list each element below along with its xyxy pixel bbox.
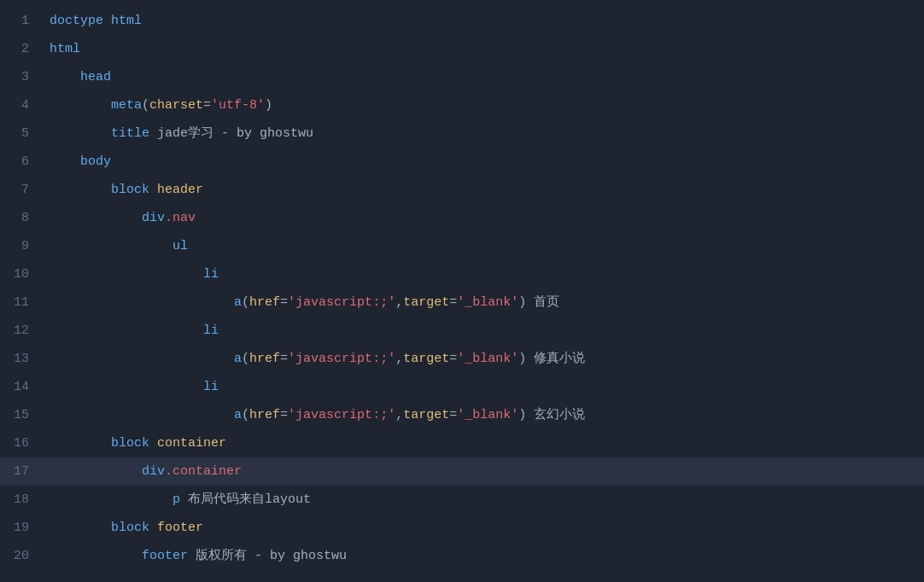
line-number: 16 (0, 429, 43, 457)
token: a (234, 408, 242, 422)
token: head (80, 70, 111, 84)
code-line-10: 10 li (0, 260, 924, 288)
code-line-18: 18 p 布局代码来自layout (0, 486, 924, 514)
code-area: 1doctype html2html3 head4 meta(charset='… (0, 0, 924, 582)
token: href (249, 352, 280, 366)
token: footer (149, 521, 203, 535)
line-content: block header (43, 176, 924, 204)
token: ) 玄幻小说 (518, 408, 585, 422)
line-content: ul (43, 232, 924, 260)
token: target (403, 408, 449, 422)
line-number: 20 (0, 542, 43, 570)
token: = (280, 408, 288, 422)
line-number: 6 (0, 148, 43, 176)
token: header (149, 183, 203, 197)
line-content: body (43, 148, 924, 176)
token: a (234, 295, 242, 310)
line-number: 5 (0, 119, 43, 148)
token: p (173, 492, 180, 507)
code-editor: 1doctype html2html3 head4 meta(charset='… (0, 0, 924, 582)
line-number: 18 (0, 486, 43, 514)
token: ) 修真小说 (518, 352, 585, 366)
line-content: li (43, 373, 924, 401)
code-line-6: 6 body (0, 148, 924, 176)
token: = (280, 352, 288, 366)
code-line-16: 16 block container (0, 429, 924, 457)
token: ( (142, 98, 149, 113)
line-content: li (43, 317, 924, 345)
line-content: block footer (43, 514, 924, 542)
line-content: a(href='javascript:;',target='_blank') 首… (43, 288, 924, 317)
code-line-19: 19 block footer (0, 514, 924, 542)
token: 布局代码来自layout (180, 492, 311, 507)
code-line-5: 5 title jade学习 - by ghostwu (0, 119, 924, 148)
code-line-2: 2html (0, 35, 924, 63)
token: li (203, 267, 219, 282)
line-number: 12 (0, 317, 43, 345)
token: href (249, 408, 280, 422)
token: '_blank' (457, 408, 518, 422)
code-line-17: 17 div.container (0, 457, 924, 486)
token: ( (242, 352, 249, 366)
code-line-13: 13 a(href='javascript:;',target='_blank'… (0, 345, 924, 373)
token: .container (165, 464, 242, 479)
code-line-4: 4 meta(charset='utf-8') (0, 91, 924, 119)
token: '_blank' (457, 295, 518, 310)
token: doctype html (50, 14, 142, 28)
line-content: head (43, 63, 924, 91)
token: 版权所有 - by ghostwu (188, 549, 347, 563)
token: target (403, 295, 449, 310)
token: li (203, 380, 219, 394)
token: charset (149, 98, 203, 113)
line-content: meta(charset='utf-8') (43, 91, 924, 119)
line-number: 9 (0, 232, 43, 260)
line-number: 2 (0, 35, 43, 63)
token: container (149, 436, 226, 451)
line-number: 11 (0, 288, 43, 317)
line-number: 1 (0, 7, 43, 35)
line-content: doctype html (43, 7, 924, 35)
token: ( (242, 408, 249, 422)
token: jade学习 - by ghostwu (149, 126, 313, 141)
token: .nav (165, 211, 196, 225)
token: ul (173, 239, 188, 253)
line-content: div.nav (43, 204, 924, 232)
code-line-15: 15 a(href='javascript:;',target='_blank'… (0, 401, 924, 429)
token: target (403, 352, 449, 366)
token: ) 首页 (518, 295, 559, 310)
token: href (249, 295, 280, 310)
code-line-7: 7 block header (0, 176, 924, 204)
line-number: 19 (0, 514, 43, 542)
token: '_blank' (457, 352, 518, 366)
code-line-12: 12 li (0, 317, 924, 345)
line-number: 13 (0, 345, 43, 373)
token: title (111, 126, 149, 141)
line-content: block container (43, 429, 924, 457)
line-number: 4 (0, 91, 43, 119)
token: block (111, 521, 149, 535)
line-content: p 布局代码来自layout (43, 486, 924, 514)
code-line-8: 8 div.nav (0, 204, 924, 232)
token: 'utf-8' (211, 98, 265, 113)
token: , (395, 295, 403, 310)
token: html (50, 42, 80, 56)
token: 'javascript:;' (288, 352, 395, 366)
token: a (234, 352, 242, 366)
token: = (203, 98, 211, 113)
token: = (280, 295, 288, 310)
line-number: 14 (0, 373, 43, 401)
token: div (142, 464, 165, 479)
line-content: a(href='javascript:;',target='_blank') 修… (43, 345, 924, 373)
line-content: footer 版权所有 - by ghostwu (43, 542, 924, 570)
code-line-20: 20 footer 版权所有 - by ghostwu (0, 542, 924, 570)
line-content: div.container (43, 457, 924, 486)
code-line-11: 11 a(href='javascript:;',target='_blank'… (0, 288, 924, 317)
token: ) (265, 98, 272, 113)
token: li (203, 323, 219, 338)
token: footer (142, 549, 188, 563)
token: meta (111, 98, 142, 113)
line-number: 17 (0, 457, 43, 486)
token: = (449, 295, 457, 310)
token: div (142, 211, 165, 225)
token: body (80, 154, 111, 169)
